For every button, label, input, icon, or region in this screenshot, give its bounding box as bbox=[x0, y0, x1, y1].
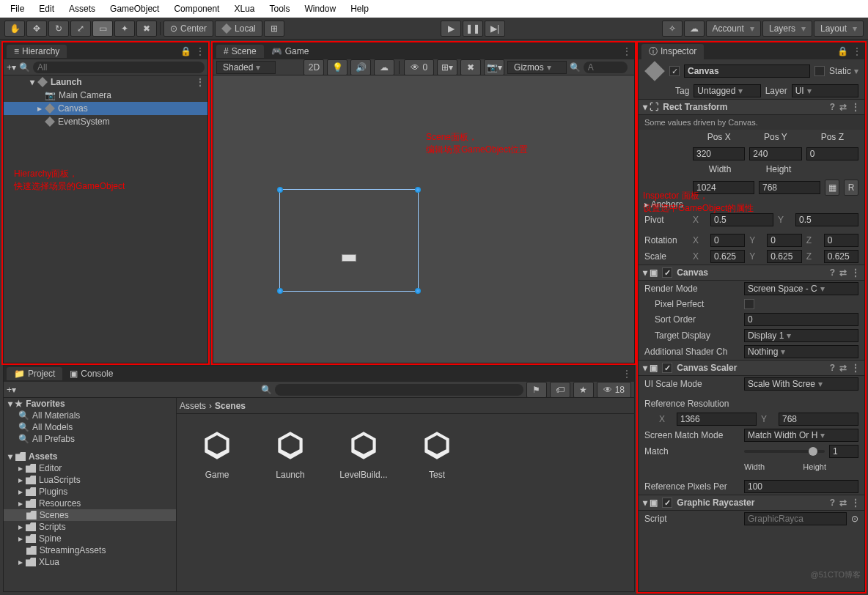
graphic-raycaster-header[interactable]: ▾ ▣ Graphic Raycaster?⇄⋮ bbox=[639, 495, 864, 511]
active-checkbox[interactable] bbox=[669, 66, 680, 76]
folder-editor[interactable]: ▸ Editor bbox=[4, 462, 176, 474]
canvas-header[interactable]: ▾ ▣ Canvas?⇄⋮ bbox=[639, 265, 864, 281]
menu-icon[interactable]: ⋮ bbox=[851, 363, 860, 373]
shader-channels-dropdown[interactable]: Nothing bbox=[744, 345, 858, 358]
pause-button[interactable]: ❚❚ bbox=[463, 21, 483, 37]
hidden-count[interactable]: 👁18 bbox=[597, 382, 631, 398]
camera-settings-icon[interactable]: 📷▾ bbox=[484, 59, 504, 75]
scale-tool[interactable]: ⤢ bbox=[70, 21, 91, 37]
create-dropdown[interactable]: +▾ bbox=[7, 62, 16, 73]
inspector-tab[interactable]: ⓘ Inspector bbox=[641, 44, 704, 59]
menu-tools[interactable]: Tools bbox=[262, 0, 297, 18]
scene-menu-icon[interactable]: ⋮ bbox=[196, 77, 205, 87]
scene-row[interactable]: ▾ Launch⋮ bbox=[4, 75, 207, 89]
height-field[interactable] bbox=[759, 181, 820, 194]
rotate-tool[interactable]: ↻ bbox=[48, 21, 69, 37]
raycaster-enabled[interactable] bbox=[662, 498, 672, 508]
slider-thumb[interactable] bbox=[809, 447, 817, 456]
step-button[interactable]: ▶| bbox=[485, 21, 505, 37]
scale-z[interactable] bbox=[824, 250, 858, 263]
rect-transform-header[interactable]: ▾ ⛶ Rect Transform?⇄⋮ bbox=[639, 99, 864, 115]
collab-button[interactable]: ✧ bbox=[662, 21, 683, 37]
help-icon[interactable]: ? bbox=[830, 267, 835, 278]
filter-icon[interactable]: ⚑ bbox=[526, 382, 547, 398]
label-icon[interactable]: 🏷 bbox=[550, 382, 570, 398]
grid-snap[interactable]: ⊞ bbox=[264, 21, 284, 37]
posy-field[interactable] bbox=[749, 147, 801, 160]
handle-tl[interactable] bbox=[277, 187, 283, 193]
asset-item-launch[interactable]: Launch bbox=[265, 429, 316, 480]
breadcrumb-assets[interactable]: Assets bbox=[180, 401, 206, 411]
menu-file[interactable]: File bbox=[3, 0, 32, 18]
blueprint-icon[interactable]: ▦ bbox=[825, 180, 839, 196]
panel-menu-icon[interactable]: ⋮ bbox=[622, 46, 631, 56]
preset-icon[interactable]: ⇄ bbox=[839, 498, 847, 508]
asset-item-test[interactable]: Test bbox=[411, 429, 463, 480]
rot-x[interactable] bbox=[710, 234, 745, 247]
ref-res-y[interactable] bbox=[779, 413, 858, 426]
scene-search[interactable] bbox=[584, 62, 628, 73]
tree-item-camera[interactable]: 📷Main Camera bbox=[4, 89, 207, 102]
panel-menu-icon[interactable]: ⋮ bbox=[196, 46, 205, 56]
menu-xlua[interactable]: XLua bbox=[227, 0, 262, 18]
transform-tool[interactable]: ✦ bbox=[114, 21, 135, 37]
move-tool[interactable]: ✥ bbox=[26, 21, 47, 37]
rot-y[interactable] bbox=[767, 234, 801, 247]
preset-icon[interactable]: ⇄ bbox=[839, 267, 847, 278]
preset-icon[interactable]: ⇄ bbox=[839, 102, 847, 112]
2d-toggle[interactable]: 2D bbox=[304, 59, 324, 75]
canvas-enabled[interactable] bbox=[662, 267, 672, 278]
pivot-y[interactable] bbox=[795, 213, 858, 226]
hierarchy-tab[interactable]: ≡ Hierarchy bbox=[7, 45, 67, 58]
match-slider[interactable] bbox=[744, 450, 825, 453]
scene-tab[interactable]: # Scene bbox=[216, 45, 264, 58]
custom-tool[interactable]: ✖ bbox=[136, 21, 157, 37]
help-icon[interactable]: ? bbox=[830, 363, 835, 373]
scene-viewport[interactable]: Scene面板，编辑场景GameObject位置 bbox=[213, 75, 634, 363]
layout-dropdown[interactable]: Layout bbox=[814, 21, 864, 37]
folder-resources[interactable]: ▸ Resources bbox=[4, 498, 176, 509]
favorites-header[interactable]: ▾ ★ Favorites bbox=[4, 398, 176, 410]
folder-spine[interactable]: ▸ Spine bbox=[4, 533, 176, 544]
menu-icon[interactable]: ⋮ bbox=[851, 102, 860, 112]
shading-dropdown[interactable]: Shaded bbox=[216, 61, 276, 74]
project-tree[interactable]: ▾ ★ Favorites 🔍 All Materials 🔍 All Mode… bbox=[4, 398, 177, 591]
menu-gameobject[interactable]: GameObject bbox=[103, 0, 166, 18]
panel-lock-icon[interactable]: 🔒 bbox=[180, 46, 191, 56]
match-field[interactable] bbox=[829, 445, 858, 458]
pivot-center[interactable]: ⊙Center bbox=[163, 21, 213, 37]
raw-edit-button[interactable]: R bbox=[844, 180, 858, 196]
grid-toggle-icon[interactable]: ⊞▾ bbox=[437, 59, 457, 75]
asset-item-game[interactable]: Game bbox=[191, 429, 243, 480]
fx-toggle-icon[interactable]: ☁ bbox=[374, 59, 394, 75]
name-field[interactable] bbox=[684, 64, 810, 78]
tools-icon[interactable]: ✖ bbox=[460, 59, 481, 75]
posx-field[interactable] bbox=[693, 147, 745, 160]
ref-pixels-field[interactable] bbox=[744, 480, 858, 493]
menu-icon[interactable]: ⋮ bbox=[851, 498, 860, 508]
canvas-scaler-header[interactable]: ▾ ▣ Canvas Scaler?⇄⋮ bbox=[639, 360, 864, 376]
panel-lock-icon[interactable]: 🔒 bbox=[837, 46, 848, 56]
folder-scenes[interactable]: Scenes bbox=[4, 509, 176, 521]
folder-plugins[interactable]: ▸ Plugins bbox=[4, 486, 176, 498]
rect-tool[interactable]: ▭ bbox=[92, 21, 113, 37]
audio-toggle-icon[interactable]: 🔊 bbox=[350, 59, 371, 75]
menu-icon[interactable]: ⋮ bbox=[851, 267, 860, 278]
scale-y[interactable] bbox=[767, 250, 801, 263]
panel-menu-icon[interactable]: ⋮ bbox=[622, 369, 631, 379]
object-picker-icon[interactable]: ⊙ bbox=[851, 514, 858, 524]
pixel-perfect-checkbox[interactable] bbox=[744, 299, 754, 309]
canvas-gizmo[interactable] bbox=[279, 189, 419, 292]
hidden-toggle[interactable]: 👁0 bbox=[404, 59, 434, 75]
help-icon[interactable]: ? bbox=[830, 498, 835, 508]
match-mode-dropdown[interactable]: Match Width Or H bbox=[744, 429, 858, 442]
handle-tr[interactable] bbox=[415, 187, 421, 193]
fav-all-materials[interactable]: 🔍 All Materials bbox=[4, 410, 176, 421]
handle-bl[interactable] bbox=[277, 288, 283, 294]
menu-component[interactable]: Component bbox=[166, 0, 227, 18]
ui-scale-mode-dropdown[interactable]: Scale With Scree bbox=[744, 377, 858, 391]
hand-tool[interactable]: ✋ bbox=[4, 21, 25, 37]
menu-assets[interactable]: Assets bbox=[62, 0, 103, 18]
tag-dropdown[interactable]: Untagged bbox=[694, 84, 760, 97]
target-display-dropdown[interactable]: Display 1 bbox=[744, 329, 858, 342]
